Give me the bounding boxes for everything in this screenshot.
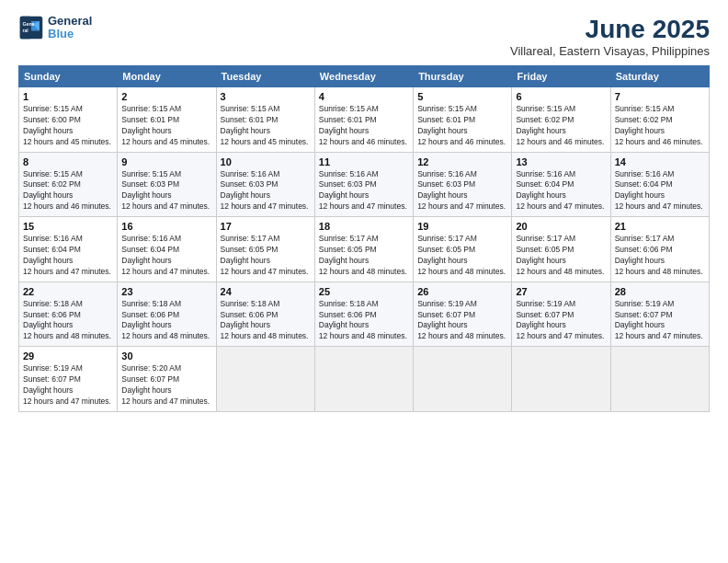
month-title: June 2025 [510,15,710,44]
calendar-day-cell: 29Sunrise: 5:19 AMSunset: 6:07 PMDayligh… [19,347,118,412]
day-info: Sunrise: 5:15 AMSunset: 6:00 PMDaylight … [23,104,113,148]
svg-text:ral: ral [22,29,28,34]
calendar-day-cell [314,347,413,412]
calendar-day-cell: 30Sunrise: 5:20 AMSunset: 6:07 PMDayligh… [118,347,216,412]
calendar-day-cell: 4Sunrise: 5:15 AMSunset: 6:01 PMDaylight… [314,87,413,153]
calendar-day-cell: 21Sunrise: 5:17 AMSunset: 6:06 PMDayligh… [610,217,709,282]
day-info: Sunrise: 5:19 AMSunset: 6:07 PMDaylight … [23,363,113,408]
calendar-table: SundayMondayTuesdayWednesdayThursdayFrid… [18,65,710,412]
calendar-day-cell: 9Sunrise: 5:15 AMSunset: 6:03 PMDaylight… [118,152,216,217]
day-number: 27 [516,286,606,297]
day-number: 30 [121,350,211,362]
day-number: 1 [23,91,113,102]
day-info: Sunrise: 5:16 AMSunset: 6:03 PMDaylight … [417,169,507,213]
day-number: 14 [615,156,705,167]
day-number: 19 [417,221,507,232]
day-number: 4 [319,91,409,102]
calendar-day-cell: 27Sunrise: 5:19 AMSunset: 6:07 PMDayligh… [512,282,610,347]
day-info: Sunrise: 5:18 AMSunset: 6:06 PMDaylight … [221,299,311,343]
day-info: Sunrise: 5:15 AMSunset: 6:02 PMDaylight … [23,169,113,213]
day-number: 11 [319,156,409,167]
weekday-header: Saturday [610,66,709,87]
day-number: 13 [516,156,606,167]
calendar-day-cell: 19Sunrise: 5:17 AMSunset: 6:05 PMDayligh… [414,217,512,282]
calendar-day-cell: 5Sunrise: 5:15 AMSunset: 6:01 PMDaylight… [414,87,512,153]
calendar-week-row: 15Sunrise: 5:16 AMSunset: 6:04 PMDayligh… [19,217,710,282]
calendar-day-cell: 16Sunrise: 5:16 AMSunset: 6:04 PMDayligh… [118,217,216,282]
calendar-day-cell [610,347,709,412]
calendar-day-cell: 11Sunrise: 5:16 AMSunset: 6:03 PMDayligh… [314,152,413,217]
logo: Gene ral General Blue [18,15,92,41]
day-info: Sunrise: 5:16 AMSunset: 6:04 PMDaylight … [121,234,211,278]
calendar-day-cell: 3Sunrise: 5:15 AMSunset: 6:01 PMDaylight… [216,87,314,153]
day-info: Sunrise: 5:19 AMSunset: 6:07 PMDaylight … [615,299,705,343]
day-number: 9 [121,156,211,167]
calendar-day-cell: 18Sunrise: 5:17 AMSunset: 6:05 PMDayligh… [314,217,413,282]
day-number: 25 [319,286,409,297]
calendar-day-cell: 13Sunrise: 5:16 AMSunset: 6:04 PMDayligh… [512,152,610,217]
weekday-header: Monday [118,66,216,87]
weekday-header: Tuesday [216,66,314,87]
calendar-week-row: 29Sunrise: 5:19 AMSunset: 6:07 PMDayligh… [19,347,710,412]
day-info: Sunrise: 5:16 AMSunset: 6:04 PMDaylight … [615,169,705,213]
day-info: Sunrise: 5:16 AMSunset: 6:04 PMDaylight … [516,169,606,213]
page: Gene ral General Blue June 2025 Villarea… [0,0,728,563]
calendar-day-cell [414,347,512,412]
calendar-week-row: 1Sunrise: 5:15 AMSunset: 6:00 PMDaylight… [19,87,710,153]
day-info: Sunrise: 5:17 AMSunset: 6:05 PMDaylight … [221,234,311,278]
day-number: 7 [615,91,705,102]
calendar-week-row: 8Sunrise: 5:15 AMSunset: 6:02 PMDaylight… [19,152,710,217]
day-info: Sunrise: 5:16 AMSunset: 6:04 PMDaylight … [23,234,113,278]
weekday-header: Thursday [414,66,512,87]
calendar-day-cell: 14Sunrise: 5:16 AMSunset: 6:04 PMDayligh… [610,152,709,217]
day-number: 21 [615,221,705,232]
day-number: 20 [516,221,606,232]
header: Gene ral General Blue June 2025 Villarea… [18,15,710,58]
day-info: Sunrise: 5:19 AMSunset: 6:07 PMDaylight … [417,299,507,343]
day-info: Sunrise: 5:15 AMSunset: 6:03 PMDaylight … [121,169,211,213]
calendar-day-cell: 15Sunrise: 5:16 AMSunset: 6:04 PMDayligh… [19,217,118,282]
day-info: Sunrise: 5:17 AMSunset: 6:06 PMDaylight … [615,234,705,278]
calendar-day-cell: 26Sunrise: 5:19 AMSunset: 6:07 PMDayligh… [414,282,512,347]
calendar-day-cell: 24Sunrise: 5:18 AMSunset: 6:06 PMDayligh… [216,282,314,347]
day-number: 5 [417,91,507,102]
calendar-day-cell: 2Sunrise: 5:15 AMSunset: 6:01 PMDaylight… [118,87,216,153]
day-info: Sunrise: 5:15 AMSunset: 6:01 PMDaylight … [221,104,311,148]
day-info: Sunrise: 5:15 AMSunset: 6:01 PMDaylight … [319,104,409,148]
day-info: Sunrise: 5:20 AMSunset: 6:07 PMDaylight … [121,363,211,408]
day-number: 28 [615,286,705,297]
day-number: 23 [121,286,211,297]
day-number: 15 [23,221,113,232]
day-number: 26 [417,286,507,297]
calendar-day-cell: 7Sunrise: 5:15 AMSunset: 6:02 PMDaylight… [610,87,709,153]
day-number: 17 [221,221,311,232]
logo-icon: Gene ral [18,15,44,40]
calendar-day-cell: 20Sunrise: 5:17 AMSunset: 6:05 PMDayligh… [512,217,610,282]
day-info: Sunrise: 5:17 AMSunset: 6:05 PMDaylight … [319,234,409,278]
day-number: 8 [23,156,113,167]
day-info: Sunrise: 5:16 AMSunset: 6:03 PMDaylight … [319,169,409,213]
logo-text: General Blue [48,15,92,41]
weekday-header: Sunday [19,66,118,87]
calendar-day-cell: 1Sunrise: 5:15 AMSunset: 6:00 PMDaylight… [19,87,118,153]
calendar-week-row: 22Sunrise: 5:18 AMSunset: 6:06 PMDayligh… [19,282,710,347]
weekday-header: Friday [512,66,610,87]
title-block: June 2025 Villareal, Eastern Visayas, Ph… [510,15,710,58]
day-number: 18 [319,221,409,232]
day-info: Sunrise: 5:15 AMSunset: 6:01 PMDaylight … [417,104,507,148]
calendar-day-cell: 23Sunrise: 5:18 AMSunset: 6:06 PMDayligh… [118,282,216,347]
day-info: Sunrise: 5:18 AMSunset: 6:06 PMDaylight … [23,299,113,343]
day-number: 2 [121,91,211,102]
svg-text:Gene: Gene [22,22,34,28]
weekday-header: Wednesday [314,66,413,87]
day-info: Sunrise: 5:18 AMSunset: 6:06 PMDaylight … [319,299,409,343]
calendar-header-row: SundayMondayTuesdayWednesdayThursdayFrid… [19,66,710,87]
day-info: Sunrise: 5:19 AMSunset: 6:07 PMDaylight … [516,299,606,343]
calendar-day-cell: 12Sunrise: 5:16 AMSunset: 6:03 PMDayligh… [414,152,512,217]
day-number: 29 [23,350,113,362]
day-info: Sunrise: 5:15 AMSunset: 6:01 PMDaylight … [121,104,211,148]
calendar-day-cell: 6Sunrise: 5:15 AMSunset: 6:02 PMDaylight… [512,87,610,153]
day-number: 16 [121,221,211,232]
day-number: 24 [221,286,311,297]
day-info: Sunrise: 5:16 AMSunset: 6:03 PMDaylight … [221,169,311,213]
